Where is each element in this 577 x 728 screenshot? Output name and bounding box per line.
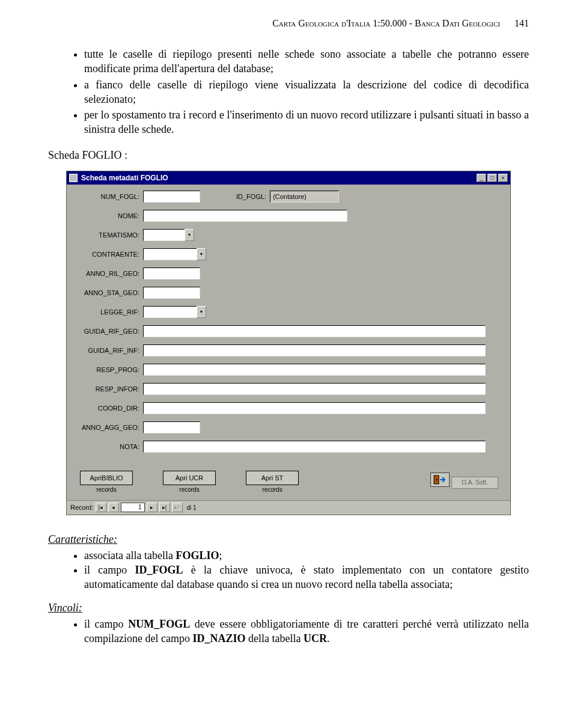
feature-item: il campo ID_FOGL è la chiave univoca, è … (84, 563, 529, 592)
label-guida-rif-inf: GUIDA_RIF_INF: (74, 347, 143, 354)
nav-prev-button[interactable]: ◂ (108, 503, 119, 512)
button-oa-soft[interactable]: O.A. Soft. (451, 477, 498, 489)
titlebar[interactable]: Scheda metadati FOGLIO _ □ × (67, 171, 510, 185)
label-resp-infor: RESP_INFOR: (74, 385, 143, 393)
input-resp-prog[interactable] (143, 364, 486, 376)
caratteristiche-list: associata alla tabella FOGLIO; il campo … (48, 548, 529, 592)
input-tematismo[interactable] (143, 229, 185, 241)
label-nome: NOME: (74, 212, 143, 219)
bullet-item: tutte le caselle di riepilogo presenti n… (84, 47, 529, 76)
section-label: Scheda FOGLIO : (48, 149, 529, 162)
label-records-1: records (80, 486, 133, 493)
nav-label: Record: (70, 504, 94, 511)
nav-current-field[interactable]: 1 (121, 503, 145, 512)
dropdown-tematismo-button[interactable]: ▾ (185, 229, 194, 241)
nav-total: di 1 (187, 504, 197, 511)
page-header: Carta Geologica d'Italia 1:50.000 - Banc… (48, 18, 529, 29)
nav-new-button[interactable]: ▸* (172, 503, 183, 512)
label-num-fogl: NUM_FOGL: (74, 193, 143, 200)
input-nome[interactable] (143, 210, 347, 222)
dropdown-contraente-button[interactable]: ▾ (197, 248, 206, 260)
input-coord-dir[interactable] (143, 402, 486, 414)
label-records-2: records (163, 486, 216, 493)
label-anno-agg-geo: ANNO_AGG_GEO: (74, 424, 143, 431)
exit-door-icon[interactable] (430, 473, 450, 487)
label-guida-rif-geo: GUIDA_RIF_GEO: (74, 328, 143, 335)
dialog-foglio: Scheda metadati FOGLIO _ □ × NUM_FOGL: I… (66, 171, 511, 515)
minimize-button[interactable]: _ (477, 174, 486, 182)
input-anno-sta-geo[interactable] (143, 287, 200, 299)
maximize-button[interactable]: □ (487, 174, 497, 182)
record-navigator: Record: |◂ ◂ 1 ▸ ▸| ▸* di 1 (67, 500, 510, 515)
window-title: Scheda metadati FOGLIO (81, 174, 477, 182)
label-tematismo: TEMATISMO: (74, 231, 143, 239)
input-guida-rif-geo[interactable] (143, 325, 486, 337)
feature-item: associata alla tabella FOGLIO; (84, 548, 529, 563)
button-apri-ucr[interactable]: Apri UCR (163, 471, 216, 485)
nav-last-button[interactable]: ▸| (159, 503, 170, 512)
label-coord-dir: COORD_DIR: (74, 405, 143, 412)
window-icon (69, 174, 78, 182)
dropdown-legge-rif-button[interactable]: ▾ (197, 306, 206, 318)
input-contraente[interactable] (143, 248, 197, 260)
button-apri-biblio[interactable]: ApriBIBLIO (80, 471, 133, 485)
input-num-fogl[interactable] (143, 191, 200, 203)
nav-first-button[interactable]: |◂ (96, 503, 106, 512)
page-number: 141 (514, 18, 529, 28)
close-button[interactable]: × (498, 174, 508, 182)
input-legge-rif[interactable] (143, 306, 197, 318)
input-anno-ril-geo[interactable] (143, 268, 200, 280)
bullet-item: per lo spostamento tra i record e l'inse… (84, 108, 529, 137)
constraint-item: il campo NUM_FOGL deve essere obbligator… (84, 617, 529, 646)
label-contraente: CONTRAENTE: (74, 251, 143, 258)
input-nota[interactable] (143, 441, 486, 453)
vincoli-heading: Vincoli: (48, 602, 529, 614)
header-title: Carta Geologica d'Italia 1:50.000 - Banc… (272, 18, 500, 28)
button-apri-st[interactable]: Apri ST (246, 471, 299, 485)
input-anno-agg-geo[interactable] (143, 421, 200, 433)
input-guida-rif-inf[interactable] (143, 344, 486, 356)
svg-rect-1 (436, 479, 438, 480)
vincoli-list: il campo NUM_FOGL deve essere obbligator… (48, 617, 529, 646)
label-nota: NOTA: (74, 443, 143, 450)
label-anno-sta-geo: ANNO_STA_GEO: (74, 289, 143, 296)
label-anno-ril-geo: ANNO_RIL_GEO: (74, 270, 143, 277)
label-id-fogl: ID_FOGL: (236, 193, 270, 200)
label-legge-rif: LEGGE_RIF: (74, 308, 143, 316)
input-resp-infor[interactable] (143, 383, 486, 395)
label-resp-prog: RESP_PROG: (74, 366, 143, 373)
label-records-3: records (246, 486, 299, 493)
caratteristiche-heading: Caratteristiche: (48, 533, 529, 546)
intro-bullets: tutte le caselle di riepilogo presenti n… (48, 47, 529, 137)
input-id-fogl (270, 191, 339, 203)
nav-next-button[interactable]: ▸ (147, 503, 157, 512)
bullet-item: a fianco delle caselle di riepilogo vien… (84, 78, 529, 107)
